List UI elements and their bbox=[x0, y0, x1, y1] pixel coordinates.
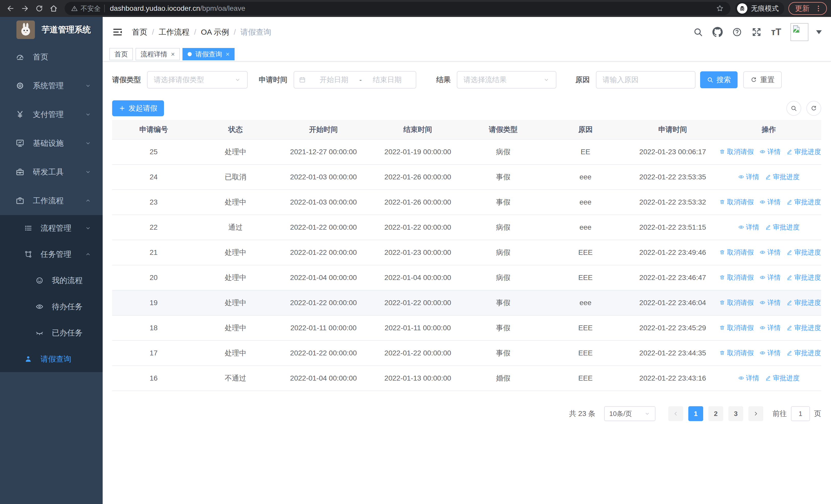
sidebar-item-home[interactable]: 首页 bbox=[0, 42, 103, 71]
breadcrumb-item[interactable]: 工作流程 bbox=[159, 27, 190, 37]
collapse-menu-icon[interactable] bbox=[112, 26, 123, 38]
cell-leave_type: 病假 bbox=[464, 265, 542, 290]
row-action-progress[interactable]: 审批进度 bbox=[765, 223, 800, 232]
tab-leave-query[interactable]: 请假查询× bbox=[182, 48, 235, 60]
leave-type-select[interactable]: 请选择请假类型 bbox=[147, 71, 248, 89]
tab-home[interactable]: 首页 bbox=[109, 48, 133, 60]
cell-status: 通过 bbox=[195, 215, 276, 240]
cell-actions: 取消请假详情审批进度 bbox=[716, 265, 821, 290]
row-action-detail[interactable]: 详情 bbox=[760, 349, 781, 357]
avatar-caret-icon[interactable] bbox=[816, 30, 822, 34]
row-action-detail[interactable]: 详情 bbox=[738, 374, 760, 383]
bookmark-star-icon[interactable] bbox=[716, 4, 724, 13]
search-button[interactable]: 搜索 bbox=[700, 71, 738, 88]
goto-page-input[interactable] bbox=[791, 406, 810, 421]
row-action-progress[interactable]: 审批进度 bbox=[786, 248, 821, 257]
row-action-progress[interactable]: 审批进度 bbox=[765, 374, 800, 383]
browser-home-button[interactable] bbox=[47, 2, 60, 15]
row-action-cancel[interactable]: 取消请假 bbox=[719, 349, 754, 357]
row-action-cancel[interactable]: 取消请假 bbox=[719, 273, 754, 282]
delete-icon bbox=[719, 274, 725, 280]
row-action-cancel[interactable]: 取消请假 bbox=[719, 298, 754, 307]
chevron-down-icon bbox=[234, 77, 241, 83]
row-action-detail[interactable]: 详情 bbox=[760, 323, 781, 332]
action-label: 取消请假 bbox=[727, 248, 754, 257]
github-icon[interactable] bbox=[712, 27, 723, 37]
delete-icon bbox=[719, 350, 725, 356]
tab-close-icon[interactable]: × bbox=[171, 51, 175, 58]
result-label: 结果 bbox=[436, 75, 451, 85]
row-action-detail[interactable]: 详情 bbox=[738, 173, 760, 181]
row-action-detail[interactable]: 详情 bbox=[760, 273, 781, 282]
sidebar-item-done-tasks[interactable]: 已办任务 bbox=[0, 320, 103, 346]
avatar[interactable] bbox=[791, 23, 808, 41]
tab-close-icon[interactable]: × bbox=[226, 51, 229, 58]
breadcrumb-item[interactable]: OA 示例 bbox=[201, 27, 229, 37]
chrome-update-button[interactable]: 更新 bbox=[789, 2, 827, 15]
edit-icon bbox=[765, 224, 771, 230]
sidebar-item-system[interactable]: 系统管理 bbox=[0, 71, 103, 100]
row-action-detail[interactable]: 详情 bbox=[760, 248, 781, 257]
row-action-progress[interactable]: 审批进度 bbox=[786, 349, 821, 357]
browser-reload-button[interactable] bbox=[33, 2, 46, 15]
help-icon[interactable] bbox=[732, 27, 742, 37]
sidebar-item-my-process[interactable]: 我的流程 bbox=[0, 267, 103, 294]
row-action-progress[interactable]: 审批进度 bbox=[786, 147, 821, 156]
chevron-down-icon bbox=[543, 77, 550, 83]
sidebar-item-todo-tasks[interactable]: 待办任务 bbox=[0, 294, 103, 320]
sidebar-item-label: 研发工具 bbox=[33, 167, 64, 177]
row-action-cancel[interactable]: 取消请假 bbox=[719, 323, 754, 332]
row-action-progress[interactable]: 审批进度 bbox=[786, 323, 821, 332]
row-action-progress[interactable]: 审批进度 bbox=[786, 298, 821, 307]
row-action-cancel[interactable]: 取消请假 bbox=[719, 248, 754, 257]
main-content: 请假类型 请选择请假类型 申请时间 开始日期 - 结束日期 结果 请选择流结果 bbox=[103, 62, 831, 504]
chevron-up-icon bbox=[85, 197, 91, 204]
apply-time-range-input[interactable]: 开始日期 - 结束日期 bbox=[294, 71, 416, 89]
sidebar-item-task-mgmt[interactable]: 任务管理 bbox=[0, 241, 103, 267]
reason-input[interactable] bbox=[596, 71, 695, 89]
row-action-progress[interactable]: 审批进度 bbox=[765, 173, 800, 181]
font-size-icon[interactable]: ᴛT bbox=[771, 27, 781, 37]
sidebar-item-leave-query[interactable]: 请假查询 bbox=[0, 346, 103, 372]
breadcrumb-item[interactable]: 首页 bbox=[132, 27, 147, 37]
search-icon[interactable] bbox=[693, 27, 703, 37]
row-action-detail[interactable]: 详情 bbox=[760, 198, 781, 207]
row-action-cancel[interactable]: 取消请假 bbox=[719, 198, 754, 207]
action-label: 取消请假 bbox=[727, 298, 754, 307]
cell-leave_type: 病假 bbox=[464, 240, 542, 265]
toggle-search-button[interactable] bbox=[786, 101, 801, 116]
row-action-detail[interactable]: 详情 bbox=[738, 223, 760, 232]
result-select[interactable]: 请选择流结果 bbox=[457, 71, 556, 89]
edit-icon bbox=[786, 249, 793, 255]
row-action-cancel[interactable]: 取消请假 bbox=[719, 147, 754, 156]
cell-end_time: 2022-01-19 00:00:00 bbox=[371, 139, 464, 165]
cell-start_time: 2022-01-03 00:00:00 bbox=[276, 165, 371, 190]
browser-menu-icon[interactable] bbox=[814, 5, 822, 12]
prev-page-button[interactable] bbox=[668, 406, 683, 421]
row-action-progress[interactable]: 审批进度 bbox=[786, 273, 821, 282]
row-action-detail[interactable]: 详情 bbox=[760, 147, 781, 156]
tab-process-detail[interactable]: 流程详情× bbox=[136, 48, 180, 60]
browser-back-button[interactable] bbox=[4, 2, 17, 15]
sidebar-item-devtools[interactable]: 研发工具 bbox=[0, 157, 103, 186]
sidebar-item-process-mgmt[interactable]: 流程管理 bbox=[0, 215, 103, 241]
create-leave-button[interactable]: 发起请假 bbox=[112, 100, 164, 116]
sidebar-item-workflow[interactable]: 工作流程 bbox=[0, 186, 103, 215]
sidebar-item-infra[interactable]: 基础设施 bbox=[0, 129, 103, 157]
row-action-detail[interactable]: 详情 bbox=[760, 298, 781, 307]
sidebar-item-payment[interactable]: 支付管理 bbox=[0, 100, 103, 129]
page-size-select[interactable]: 10条/页 bbox=[604, 406, 656, 421]
address-bar[interactable]: 不安全 dashboard.yudao.iocoder.cn /bpm/oa/l… bbox=[65, 2, 730, 15]
cell-apply_time: 2022-01-22 23:45:29 bbox=[629, 316, 716, 340]
page-1-button[interactable]: 1 bbox=[688, 406, 703, 421]
refresh-table-button[interactable] bbox=[806, 101, 821, 116]
reset-button[interactable]: 重置 bbox=[743, 71, 782, 88]
next-page-button[interactable] bbox=[748, 406, 763, 421]
page-2-button[interactable]: 2 bbox=[708, 406, 723, 421]
cell-leave_type: 事假 bbox=[464, 165, 542, 190]
fullscreen-icon[interactable] bbox=[751, 27, 762, 37]
cell-actions: 详情审批进度 bbox=[716, 366, 821, 391]
page-3-button[interactable]: 3 bbox=[728, 406, 743, 421]
row-action-progress[interactable]: 审批进度 bbox=[786, 198, 821, 207]
browser-forward-button[interactable] bbox=[19, 2, 31, 15]
